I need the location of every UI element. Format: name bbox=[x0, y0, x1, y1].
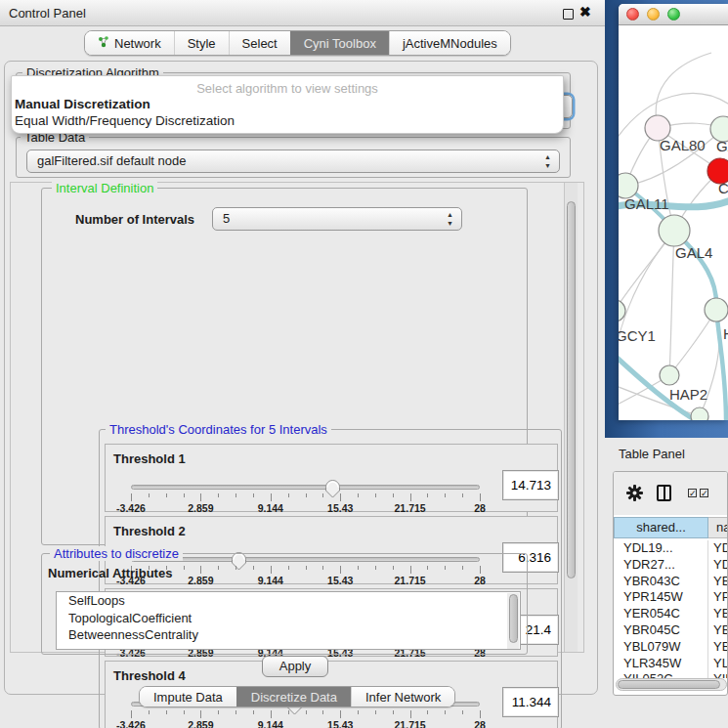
gear-icon[interactable] bbox=[625, 484, 644, 502]
table-data-combobox[interactable]: galFiltered.sif default node ▲▼ bbox=[26, 150, 560, 173]
panel-title: Control Panel bbox=[9, 6, 86, 21]
threshold-row: Threshold 1 -3.4262.8599.14415.4321.7152… bbox=[105, 444, 558, 512]
show-columns-icon[interactable] bbox=[657, 485, 671, 501]
numerical-attributes-label: Numerical Attributes bbox=[48, 566, 172, 580]
tab-impute-data[interactable]: Impute Data bbox=[140, 687, 236, 707]
close-traffic-light[interactable] bbox=[626, 8, 639, 21]
cell-shared-name: YDR27... bbox=[614, 557, 708, 574]
threshold-label: Threshold 1 bbox=[113, 451, 186, 466]
slider-track[interactable] bbox=[131, 485, 480, 490]
table-panel: Table Panel ✓ ✓ shared... bbox=[605, 438, 728, 728]
tab-network[interactable]: Network bbox=[85, 31, 174, 55]
table-toolbar: ✓ ✓ bbox=[614, 472, 728, 515]
network-node[interactable] bbox=[691, 407, 708, 420]
table-row[interactable]: YER054CYER0 bbox=[614, 606, 728, 622]
node-label: GAL80 bbox=[660, 137, 706, 153]
network-view-window: GAL80GACGAL11GAL4GCY1HHAP2 bbox=[619, 4, 728, 420]
column-header-name[interactable]: na bbox=[708, 517, 728, 538]
threshold-label: Threshold 2 bbox=[113, 524, 186, 538]
table-row[interactable]: YBL079WYBL0 bbox=[614, 639, 728, 656]
table-row[interactable]: YBR045CYBR0 bbox=[614, 622, 728, 639]
algorithm-option-equal-width-frequency-discretization[interactable]: Equal Width/Frequency Discretization bbox=[12, 112, 563, 129]
cell-shared-name: YBR043C bbox=[614, 574, 708, 590]
tab-select[interactable]: Select bbox=[229, 31, 290, 55]
list-item-betweennesscentrality[interactable]: BetweennessCentrality bbox=[57, 626, 520, 644]
algorithm-dropdown-popup: Select algorithm to view settings Manual… bbox=[11, 75, 564, 134]
column-header-shared-name[interactable]: shared... bbox=[614, 517, 708, 538]
table-horizontal-scrollbar[interactable] bbox=[616, 678, 727, 691]
cell-name: YBR0 bbox=[708, 622, 728, 639]
node-label: GA bbox=[716, 138, 728, 154]
table-row[interactable]: YDR27...YDR2 bbox=[614, 557, 728, 574]
network-canvas[interactable]: GAL80GACGAL11GAL4GCY1HHAP2 bbox=[619, 25, 728, 420]
node-label: H bbox=[723, 325, 728, 342]
scrollbar-thumb[interactable] bbox=[509, 594, 518, 643]
tab-style[interactable]: Style bbox=[174, 31, 229, 55]
control-panel-titlebar: Control Panel ✖ bbox=[0, 0, 605, 26]
table-data-value: galFiltered.sif default node bbox=[37, 153, 186, 168]
network-node-h[interactable] bbox=[705, 298, 728, 321]
number-of-intervals-combobox[interactable]: 5 ▲▼ bbox=[212, 207, 462, 231]
algorithm-option-manual-discretization[interactable]: Manual Discretization bbox=[12, 96, 563, 112]
tab-label: Infer Network bbox=[365, 690, 441, 705]
table-row[interactable]: YDL19...YDL1 bbox=[614, 540, 728, 557]
algorithm-placeholder: Select algorithm to view settings bbox=[12, 76, 563, 96]
attributes-to-discretize-group: Attributes to discretize Numerical Attri… bbox=[41, 553, 528, 655]
cell-name: YLR3 bbox=[708, 656, 728, 672]
list-item-topologicalcoefficient[interactable]: TopologicalCoefficient bbox=[57, 610, 520, 627]
network-icon bbox=[98, 36, 109, 51]
table-panel-title: Table Panel bbox=[619, 447, 685, 461]
threshold-coordinates-title: Threshold's Coordinates for 5 Intervals bbox=[106, 422, 331, 437]
table-row[interactable]: YIL052CYIL0 bbox=[614, 671, 728, 678]
list-item-selfloops[interactable]: SelfLoops bbox=[57, 592, 520, 610]
tab-infer-network[interactable]: Infer Network bbox=[351, 687, 454, 707]
algorithm-options: Manual DiscretizationEqual Width/Frequen… bbox=[12, 96, 563, 129]
number-of-intervals-label: Number of Intervals bbox=[75, 212, 194, 227]
slider-tick-labels: -3.4262.8599.14415.4321.71528 bbox=[131, 502, 480, 514]
minimize-traffic-light[interactable] bbox=[647, 8, 660, 21]
tab-label: Network bbox=[114, 36, 161, 51]
table-row[interactable]: YPR145WYPR1 bbox=[614, 589, 728, 606]
apply-button[interactable]: Apply bbox=[262, 656, 328, 677]
float-window-icon[interactable] bbox=[563, 9, 574, 20]
network-node-gal4[interactable] bbox=[659, 215, 690, 246]
threshold-value-field[interactable] bbox=[502, 470, 559, 500]
cell-name: YBL0 bbox=[708, 639, 728, 656]
list-vertical-scrollbar[interactable] bbox=[507, 593, 519, 650]
threshold-value-field[interactable] bbox=[502, 687, 559, 717]
cell-name: YDR2 bbox=[708, 557, 728, 574]
network-node-hap2[interactable] bbox=[660, 365, 679, 385]
threshold-slider[interactable]: -3.4262.8599.14415.4321.71528 bbox=[131, 482, 480, 511]
numerical-attributes-list[interactable]: SelfLoopsTopologicalCoefficientBetweenne… bbox=[56, 591, 521, 650]
node-label: GAL11 bbox=[624, 195, 669, 212]
node-label: HAP2 bbox=[669, 386, 707, 403]
zoom-traffic-light[interactable] bbox=[667, 8, 680, 21]
tab-label: Cyni Toolbox bbox=[304, 36, 376, 51]
table-row[interactable]: YLR345WYLR3 bbox=[614, 656, 728, 672]
node-label: C bbox=[718, 180, 728, 196]
tab-label: Discretize Data bbox=[251, 690, 337, 705]
network-window-titlebar[interactable] bbox=[619, 4, 728, 25]
table-data-group: Table Data galFiltered.sif default node … bbox=[16, 137, 571, 178]
close-icon[interactable]: ✖ bbox=[579, 4, 591, 20]
settings-vertical-scrollbar[interactable] bbox=[564, 183, 578, 652]
cell-shared-name: YLR345W bbox=[614, 656, 708, 672]
cell-shared-name: YPR145W bbox=[614, 589, 708, 606]
table-row[interactable]: YBR043CYBR0 bbox=[614, 574, 728, 590]
cell-name: YPR1 bbox=[708, 589, 728, 606]
checkbox-icon[interactable]: ✓ bbox=[688, 489, 697, 497]
node-label: GCY1 bbox=[619, 327, 656, 344]
tab-label: Style bbox=[188, 36, 216, 51]
scrollbar-thumb[interactable] bbox=[618, 680, 720, 689]
tab-discretize-data[interactable]: Discretize Data bbox=[236, 687, 351, 707]
cell-shared-name: YBL079W bbox=[614, 639, 708, 656]
checkbox-icon[interactable]: ✓ bbox=[700, 489, 708, 497]
tab-cyni-toolbox[interactable]: Cyni Toolbox bbox=[290, 31, 389, 55]
cyni-bottom-tabs: Impute DataDiscretize DataInfer Network bbox=[139, 686, 455, 707]
scrollbar-thumb[interactable] bbox=[567, 201, 576, 578]
tab-jactivemnodules[interactable]: jActiveMNodules bbox=[389, 31, 510, 55]
slider-tick-labels: -3.4262.8599.14415.4321.71528 bbox=[131, 719, 480, 728]
tab-label: jActiveMNodules bbox=[403, 36, 497, 51]
threshold-label: Threshold 4 bbox=[113, 668, 186, 683]
cell-shared-name: YDL19... bbox=[614, 540, 708, 557]
